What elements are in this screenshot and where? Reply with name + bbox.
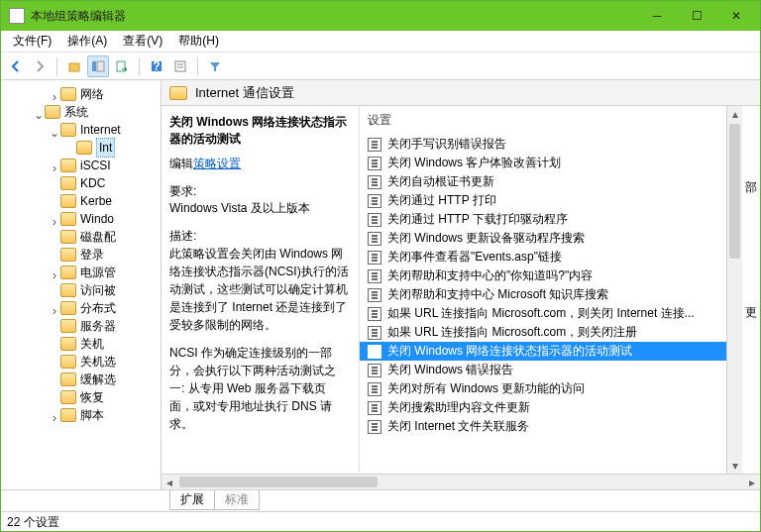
tree-twisty-icon[interactable]: › [49, 302, 60, 314]
tree-twisty-icon[interactable] [49, 391, 60, 403]
export-button[interactable] [111, 55, 133, 77]
tab-standard[interactable]: 标准 [214, 490, 260, 510]
tree-node[interactable]: Int [1, 138, 161, 156]
folder-icon [60, 176, 76, 190]
policy-item[interactable]: 关闭 Windows 更新设备驱动程序搜索 [360, 229, 726, 248]
forward-button[interactable] [29, 55, 51, 77]
folder-icon [60, 337, 76, 351]
scroll-right-arrow[interactable]: ▸ [744, 475, 760, 489]
svg-rect-0 [69, 63, 79, 71]
policy-item[interactable]: 关闭帮助和支持中心的"你知道吗?"内容 [360, 266, 726, 285]
tree-node[interactable]: ⌄Internet [1, 120, 161, 138]
tree-node[interactable]: ›电源管 [1, 263, 161, 280]
tree-twisty-icon[interactable] [49, 249, 60, 261]
maximize-button[interactable]: ☐ [677, 2, 716, 30]
tree-node[interactable]: KDC [1, 173, 161, 191]
tree-node[interactable]: 登录 [1, 245, 161, 263]
policy-icon [368, 269, 381, 283]
tree-twisty-icon[interactable]: › [49, 160, 60, 171]
scroll-hthumb[interactable] [179, 477, 378, 487]
tree-node[interactable]: 服务器 [1, 316, 161, 334]
policy-item[interactable]: 关闭自动根证书更新 [360, 172, 726, 191]
menu-help[interactable]: 帮助(H) [170, 31, 227, 52]
filter-button[interactable] [204, 55, 226, 77]
policy-item[interactable]: 关闭对所有 Windows 更新功能的访问 [360, 379, 726, 398]
policy-item[interactable]: 关闭通过 HTTP 下载打印驱动程序 [360, 210, 726, 229]
tree-twisty-icon[interactable] [49, 320, 60, 332]
policy-label: 关闭 Windows 更新设备驱动程序搜索 [387, 230, 585, 247]
folder-icon [60, 230, 76, 244]
tree-node[interactable]: 磁盘配 [1, 227, 161, 245]
tree-twisty-icon[interactable] [49, 284, 60, 296]
tree-twisty-icon[interactable]: › [49, 213, 60, 225]
scroll-htrack[interactable] [177, 475, 744, 489]
tree-twisty-icon[interactable]: › [49, 266, 60, 278]
tree-node[interactable]: Kerbe [1, 191, 161, 209]
tree-node[interactable]: 关机 [1, 334, 161, 352]
tree-twisty-icon[interactable] [49, 231, 60, 243]
tree-twisty-icon[interactable] [49, 177, 60, 189]
list-scrollbar[interactable]: ▴ ▾ [726, 106, 742, 474]
policy-icon [368, 157, 381, 170]
policy-item[interactable]: 关闭 Internet 文件关联服务 [360, 417, 726, 436]
edit-policy-link[interactable]: 策略设置 [193, 157, 241, 170]
menu-action[interactable]: 操作(A) [59, 31, 115, 52]
scroll-thumb[interactable] [729, 124, 740, 259]
list-hscrollbar[interactable]: ◂ ▸ [162, 474, 760, 489]
folder-icon [60, 283, 76, 297]
tree-node[interactable]: 恢复 [1, 387, 161, 405]
tree-node[interactable]: ›脚本 [1, 405, 161, 423]
tree-node[interactable]: 关机选 [1, 352, 161, 370]
svg-text:?: ? [153, 59, 160, 73]
folder-icon [60, 87, 76, 101]
tree-node[interactable]: ›分布式 [1, 298, 161, 316]
tree-node[interactable]: ›iSCSI [1, 156, 161, 173]
minimize-button[interactable]: ─ [637, 2, 677, 30]
policy-item[interactable]: 关闭手写识别错误报告 [360, 135, 726, 154]
tree-twisty-icon[interactable] [49, 373, 60, 385]
navigation-tree[interactable]: ›网络⌄系统⌄InternetInt›iSCSIKDCKerbe›Windo磁盘… [1, 80, 162, 489]
back-button[interactable] [5, 55, 27, 77]
policy-item[interactable]: 关闭搜索助理内容文件更新 [360, 398, 726, 417]
tree-node[interactable]: 缓解选 [1, 370, 161, 387]
tree-twisty-icon[interactable]: ⌄ [33, 106, 45, 118]
scroll-left-arrow[interactable]: ◂ [162, 475, 177, 489]
tree-twisty-icon[interactable]: › [49, 409, 60, 421]
properties-button[interactable] [169, 55, 191, 77]
policy-item[interactable]: 关闭 Windows 网络连接状态指示器的活动测试 [360, 342, 726, 361]
scroll-track[interactable] [727, 122, 742, 458]
policy-label: 如果 URL 连接指向 Microsoft.com，则关闭注册 [387, 324, 637, 341]
policy-item[interactable]: 如果 URL 连接指向 Microsoft.com，则关闭 Internet 连… [360, 304, 726, 323]
console-tree-button[interactable] [87, 55, 109, 77]
column-header-settings[interactable]: 设置 [360, 110, 726, 135]
policy-item[interactable]: 关闭通过 HTTP 打印 [360, 191, 726, 210]
menu-view[interactable]: 查看(V) [115, 31, 170, 52]
scroll-up-arrow[interactable]: ▴ [727, 106, 742, 122]
policy-item[interactable]: 关闭 Windows 客户体验改善计划 [360, 154, 726, 172]
tree-node[interactable]: ›网络 [1, 84, 161, 102]
tree-twisty-icon[interactable] [64, 142, 76, 154]
policy-item[interactable]: 如果 URL 连接指向 Microsoft.com，则关闭注册 [360, 323, 726, 342]
policy-icon [368, 194, 381, 208]
policy-list[interactable]: 设置 关闭手写识别错误报告关闭 Windows 客户体验改善计划关闭自动根证书更… [360, 106, 726, 474]
tree-node[interactable]: ⌄系统 [1, 102, 161, 120]
scroll-down-arrow[interactable]: ▾ [727, 458, 742, 474]
tree-twisty-icon[interactable]: ⌄ [49, 124, 60, 136]
tree-twisty-icon[interactable] [49, 338, 60, 350]
tree-twisty-icon[interactable]: › [49, 88, 60, 100]
tree-twisty-icon[interactable] [49, 356, 60, 368]
up-button[interactable] [63, 55, 85, 77]
policy-title: 关闭 Windows 网络连接状态指示器的活动测试 [169, 114, 349, 148]
policy-icon [368, 382, 381, 396]
policy-item[interactable]: 关闭事件查看器"Events.asp"链接 [360, 248, 726, 266]
policy-item[interactable]: 关闭 Windows 错误报告 [360, 361, 726, 379]
tree-node[interactable]: ›Windo [1, 209, 161, 227]
tree-node[interactable]: 访问被 [1, 280, 161, 298]
tree-twisty-icon[interactable] [49, 195, 60, 207]
tab-extended[interactable]: 扩展 [169, 490, 215, 510]
menu-file[interactable]: 文件(F) [5, 31, 59, 52]
close-button[interactable]: ✕ [716, 2, 756, 30]
svg-rect-1 [92, 61, 96, 71]
help-button[interactable]: ? [146, 55, 167, 77]
policy-item[interactable]: 关闭帮助和支持中心 Microsoft 知识库搜索 [360, 285, 726, 304]
